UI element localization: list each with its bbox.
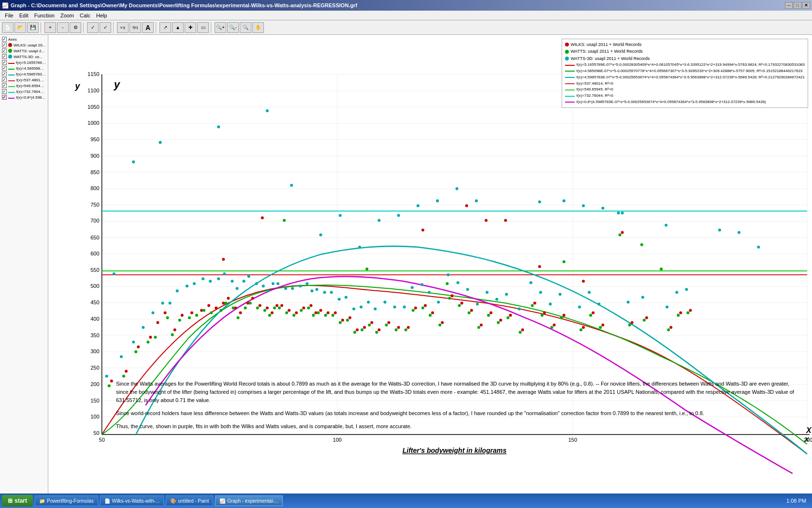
svg-point-260 (588, 291, 591, 294)
svg-text:1000: 1000 (87, 120, 100, 126)
svg-text:100: 100 (333, 437, 342, 443)
legend-fx5-check[interactable]: ✓ (2, 83, 7, 88)
legend-fx2-check[interactable]: ✓ (2, 66, 7, 71)
legend-wilks-check[interactable]: ✓ (2, 43, 7, 47)
svg-point-192 (628, 324, 631, 327)
menu-help[interactable]: Help (93, 12, 110, 19)
checkmark2-button[interactable]: ✓ (100, 22, 111, 33)
legend-fx6-check[interactable]: ✓ (2, 89, 7, 94)
svg-point-128 (485, 219, 488, 222)
taskbar-graph[interactable]: 📈 Graph - experimental-... (215, 495, 283, 506)
legend-fx3[interactable]: ✓ f(x)=4.5985783E-... (2, 72, 46, 76)
legend-watts[interactable]: ✓ WATTS: usapl 2... (2, 48, 46, 53)
checkmark-button[interactable]: ✓ (87, 22, 99, 33)
svg-point-165 (353, 331, 356, 334)
legend-fx4[interactable]: ✓ f(x)=537.48014;... (2, 77, 46, 82)
svg-text:450: 450 (90, 299, 99, 305)
legend-hline1-line (565, 83, 575, 84)
taskbar-paint[interactable]: 🎨 untitled - Paint (166, 495, 213, 506)
legend-fx7-color (8, 98, 14, 99)
pan-button[interactable]: ✋ (252, 22, 264, 33)
svg-point-122 (679, 312, 682, 314)
svg-point-179 (478, 326, 480, 329)
svg-point-186 (551, 326, 553, 329)
legend-fx2-label: f(x)=4.585098E-... (16, 66, 46, 71)
svg-point-272 (266, 109, 269, 112)
xy-button[interactable]: x·y (117, 22, 129, 33)
menu-edit[interactable]: Edit (16, 12, 31, 19)
legend-fx3-text: f(x)=4.5985783E-07*x^5-0.00025653674*x^4… (577, 75, 805, 81)
taskbar: ⊞ start 📁 Powerlifting-Formulas 📄 Wilks-… (0, 493, 812, 508)
save-button[interactable]: 💾 (27, 22, 39, 33)
new-button[interactable]: 📄 (2, 22, 14, 33)
legend-wilks[interactable]: ✓ WILKS: usapl 20... (2, 43, 46, 47)
legend-fx4-check[interactable]: ✓ (2, 77, 7, 82)
minimize-button[interactable]: ─ (785, 2, 793, 9)
svg-text:900: 900 (90, 153, 99, 159)
legend-fx3-color (8, 75, 14, 75)
legend-purple-line (565, 102, 575, 103)
legend-fx1-label: f(x)=5.1655789E-... (16, 60, 46, 65)
triangle-button[interactable]: ▲ (172, 22, 184, 33)
svg-point-265 (666, 306, 668, 309)
legend-fx1-check[interactable]: ✓ (2, 60, 7, 65)
legend-fx7-check[interactable]: ✓ (2, 95, 7, 100)
svg-text:700: 700 (90, 218, 99, 224)
svg-point-117 (601, 324, 604, 327)
zoom-in-button[interactable]: 🔍+ (215, 22, 226, 33)
menu-file[interactable]: File (2, 12, 16, 19)
add-button[interactable]: + (44, 22, 56, 33)
zoom-out-button[interactable]: 🔍- (227, 22, 239, 33)
svg-point-114 (563, 314, 566, 317)
menu-calc[interactable]: Calc (77, 12, 93, 19)
taskbar-powerlifting[interactable]: 📁 Powerlifting-Formulas (35, 495, 98, 506)
svg-point-101 (431, 312, 434, 314)
legend-axes-check[interactable]: ✓ (2, 37, 7, 42)
legend-wilks-text: WILKS: usapl 2011 + World Records (571, 41, 642, 48)
svg-point-100 (424, 304, 427, 307)
taskbar-paint-icon: 🎨 (170, 498, 176, 504)
svg-text:X: X (806, 426, 812, 434)
cross-button[interactable]: ✚ (185, 22, 196, 33)
svg-point-239 (374, 308, 377, 311)
menu-zoom[interactable]: Zoom (58, 12, 77, 19)
svg-point-282 (475, 199, 478, 202)
svg-point-111 (533, 301, 536, 304)
svg-point-203 (105, 374, 108, 377)
line-button[interactable]: ↗ (160, 22, 171, 33)
zoom-fit-button[interactable]: 🔍 (240, 22, 251, 33)
svg-text:1050: 1050 (87, 104, 100, 110)
open-button[interactable]: 📂 (14, 22, 26, 33)
legend-fx7[interactable]: ✓ f(x)=0.8*(4.5985... (2, 95, 46, 100)
capital-a-button[interactable]: A (142, 22, 154, 33)
remove-button[interactable]: - (57, 22, 69, 33)
svg-point-264 (641, 296, 644, 299)
legend-watts3d[interactable]: ✓ WATTS-3D: us... (2, 54, 46, 59)
legend-fx3-check[interactable]: ✓ (2, 72, 7, 76)
start-button[interactable]: ⊞ start (2, 495, 33, 507)
svg-point-65 (174, 329, 176, 331)
graph-area[interactable]: 1150 1100 1050 1000 950 900 850 800 750 … (48, 35, 812, 498)
rect-button[interactable]: ▭ (197, 22, 209, 33)
legend-watts-check[interactable]: ✓ (2, 48, 7, 53)
legend-fx5[interactable]: ✓ f(x)=549.65945;... (2, 83, 46, 88)
svg-point-288 (665, 224, 667, 226)
legend-fx7-label: f(x)=0.8*(4.5985... (16, 95, 46, 100)
svg-point-273 (290, 184, 293, 187)
taskbar-wilks[interactable]: 📄 Wilks-vs-Watts-with-... (100, 495, 164, 506)
fx-button[interactable]: f(x) (130, 22, 141, 33)
menu-function[interactable]: Function (31, 12, 58, 19)
maximize-button[interactable]: □ (794, 2, 801, 9)
svg-point-190 (599, 326, 602, 329)
properties-button[interactable]: ⚙ (70, 22, 81, 33)
svg-point-147 (236, 316, 239, 319)
legend-axes[interactable]: ✓ Axes (2, 37, 46, 42)
close-button[interactable]: ✕ (802, 2, 810, 9)
app-icon: 📈 (2, 2, 9, 9)
svg-point-82 (288, 309, 290, 312)
legend-fx2[interactable]: ✓ f(x)=4.585098E-... (2, 66, 46, 71)
legend-watts3d-check[interactable]: ✓ (2, 54, 7, 59)
svg-point-259 (578, 306, 581, 309)
legend-fx6[interactable]: ✓ f(x)=732.76044;... (2, 89, 46, 94)
legend-fx1[interactable]: ✓ f(x)=5.1655789E-... (2, 60, 46, 65)
